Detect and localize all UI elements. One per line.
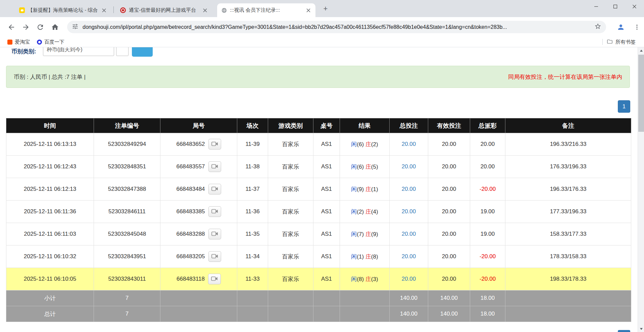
tab-forum[interactable]: 【新提醒】海燕策略论坛 - 综合 — [15, 3, 111, 17]
cell-valid-bet: 20.00 — [428, 201, 470, 223]
window-close-button[interactable] — [625, 0, 644, 13]
cell-round-number: 668483205 — [160, 245, 237, 268]
video-camera-icon — [211, 276, 218, 282]
bookmark-baidu[interactable]: 百度一下 — [37, 37, 64, 47]
cell-note: 177.33/196.33 — [505, 201, 631, 223]
tab-tongbao[interactable]: 通宝-信誉最好的网上游戏平台 — [116, 3, 212, 17]
home-button[interactable] — [50, 22, 59, 32]
cell-session: 11-38 — [237, 156, 268, 178]
summary-cell — [340, 290, 390, 306]
total-bet-link[interactable]: 20.00 — [402, 208, 416, 215]
window-minimize-button[interactable] — [587, 0, 606, 13]
scrollbar-thumb[interactable] — [638, 55, 644, 132]
video-replay-button[interactable] — [208, 184, 221, 195]
profile-avatar-icon[interactable] — [616, 22, 625, 32]
cell-time: 2025-12-11 06:10:05 — [6, 268, 94, 290]
cell-time: 2025-12-11 06:10:32 — [6, 245, 94, 268]
summary-cell — [268, 306, 313, 322]
video-replay-button[interactable] — [208, 139, 221, 150]
result-player: 闲 — [351, 141, 357, 148]
video-camera-icon — [211, 186, 218, 192]
new-tab-button[interactable]: + — [321, 4, 330, 13]
summary-cell — [160, 290, 237, 306]
result-banker: 庄 — [365, 141, 371, 148]
round-number: 668483557 — [176, 163, 205, 170]
forward-button[interactable] — [21, 22, 30, 32]
cell-result: 闲(9) 庄(1) — [340, 178, 390, 201]
site-info-icon[interactable] — [72, 23, 79, 31]
table-row: 2025-12-11 06:12:13523032847388668483484… — [6, 178, 631, 201]
total-bet-link[interactable]: 20.00 — [402, 186, 416, 192]
summary-cell: 7 — [94, 306, 160, 322]
search-button[interactable] — [132, 47, 153, 57]
cell-round-number: 668483652 — [160, 133, 237, 156]
browser-menu-icon[interactable] — [632, 22, 641, 32]
scroll-down-icon[interactable] — [638, 326, 644, 332]
cell-payout: 19.00 — [470, 223, 505, 245]
filter-form-strip: 币别类别: — [0, 47, 638, 57]
video-replay-button[interactable] — [208, 229, 221, 239]
reload-button[interactable] — [36, 22, 45, 32]
video-replay-button[interactable] — [208, 206, 221, 217]
result-banker: 庄 — [365, 164, 371, 170]
pagination-page-1[interactable]: 1 — [618, 100, 630, 113]
table-row: 2025-12-11 06:11:03523032845048668483288… — [6, 223, 631, 245]
folder-icon — [607, 39, 613, 46]
video-replay-button[interactable] — [208, 161, 221, 172]
round-number: 668483288 — [176, 231, 205, 237]
cell-time: 2025-12-11 06:13:13 — [6, 133, 94, 156]
video-replay-button[interactable] — [208, 251, 221, 262]
pagination-bottom-partial[interactable] — [618, 330, 630, 332]
cell-game-type: 百家乐 — [268, 156, 313, 178]
total-bet-link[interactable]: 20.00 — [402, 253, 416, 260]
cell-game-type: 百家乐 — [268, 223, 313, 245]
cell-note: 196.33/176.33 — [505, 178, 631, 201]
result-player: 闲 — [351, 254, 357, 260]
total-bet-link[interactable]: 20.00 — [402, 141, 416, 147]
column-header: 游戏类别 — [268, 118, 313, 133]
column-header: 桌号 — [313, 118, 340, 133]
cell-session: 11-33 — [237, 268, 268, 290]
cell-total-bet: 20.00 — [390, 133, 428, 156]
baidu-icon — [37, 40, 42, 45]
tab-close-icon[interactable] — [101, 7, 107, 13]
column-header: 结果 — [340, 118, 390, 133]
back-button[interactable] — [7, 22, 16, 32]
summary-cell — [237, 306, 268, 322]
total-bet-link[interactable]: 20.00 — [402, 163, 416, 170]
summary-currency-count: 币别 : 人民币 | 总共 :7 注单 | — [14, 73, 86, 81]
tab-bet-record-active[interactable]: :::视讯 会员下注纪录::: — [217, 3, 315, 17]
summary-cell — [268, 290, 313, 306]
tab-close-icon[interactable] — [202, 7, 208, 13]
all-bookmarks-button[interactable]: 所有书签 — [602, 37, 636, 47]
cell-table-number: AS1 — [313, 223, 340, 245]
bet-record-table: 时间注单编号局号场次游戏类别桌号结果总投注有效投注总派彩备注 2025-12-1… — [6, 118, 631, 322]
scroll-up-icon[interactable] — [638, 47, 644, 54]
column-header: 注单编号 — [94, 118, 160, 133]
summary-row: 小计7140.00140.0018.00 — [6, 290, 631, 306]
cell-result: 闲(7) 庄(9) — [340, 223, 390, 245]
window-maximize-button[interactable] — [606, 0, 625, 13]
result-banker: 庄 — [365, 186, 371, 192]
cell-session: 11-36 — [237, 201, 268, 223]
column-header: 总派彩 — [470, 118, 505, 133]
cell-total-bet: 20.00 — [390, 178, 428, 201]
round-number: 668483385 — [176, 208, 205, 215]
summary-cell: 140.00 — [390, 306, 428, 322]
vertical-scrollbar[interactable] — [638, 47, 644, 332]
column-header: 总投注 — [390, 118, 428, 133]
total-bet-link[interactable]: 20.00 — [402, 231, 416, 237]
total-bet-link[interactable]: 20.00 — [402, 276, 416, 282]
round-number: 668483652 — [176, 141, 205, 148]
filter-select[interactable] — [116, 47, 129, 56]
summary-cell: 140.00 — [390, 290, 428, 306]
bookmark-star-icon[interactable] — [594, 23, 601, 31]
bookmark-taobao[interactable]: 爱淘宝 — [7, 37, 30, 47]
video-replay-button[interactable] — [208, 274, 221, 284]
url-bar[interactable]: dongshouji.com/ipl/portal.php/game/betre… — [67, 21, 606, 33]
cell-bet-number: 523032849294 — [94, 133, 160, 156]
filter-input[interactable] — [43, 47, 114, 56]
cell-round-number: 668483484 — [160, 178, 237, 201]
cell-table-number: AS1 — [313, 133, 340, 156]
tab-close-icon[interactable] — [305, 7, 311, 13]
